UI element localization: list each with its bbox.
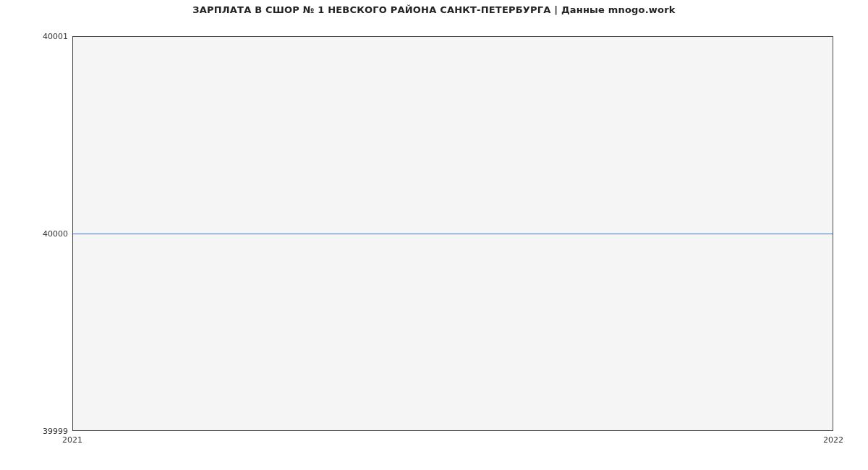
chart-container: ЗАРПЛАТА В СШОР № 1 НЕВСКОГО РАЙОНА САНК… [0,0,868,470]
plot-area [72,36,833,431]
y-tick-label: 39999 [3,427,68,436]
x-tick-label: 2021 [62,435,82,445]
data-series-line [73,234,833,234]
x-tick-label: 2022 [823,435,843,445]
y-tick-label: 40001 [3,32,68,41]
y-tick-label: 40000 [3,229,68,239]
chart-title: ЗАРПЛАТА В СШОР № 1 НЕВСКОГО РАЙОНА САНК… [0,4,868,15]
